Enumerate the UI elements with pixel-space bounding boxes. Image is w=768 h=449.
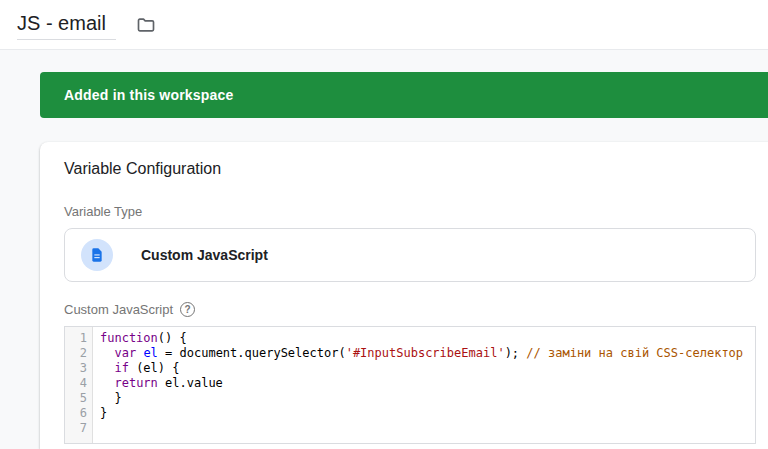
folder-icon [136, 15, 156, 35]
code-field-label: Custom JavaScript [64, 302, 173, 317]
code-editor[interactable]: 1234567 function() { var el = document.q… [64, 326, 756, 444]
code-field-label-row: Custom JavaScript ? [64, 302, 756, 317]
card-title: Variable Configuration [64, 160, 756, 178]
code-line: } [100, 406, 755, 421]
line-number: 4 [69, 376, 87, 391]
code-line: return el.value [100, 376, 755, 391]
variable-name-title[interactable]: JS - email [17, 10, 116, 40]
line-number: 1 [69, 331, 87, 346]
code-line: if (el) { [100, 361, 755, 376]
folder-button[interactable] [132, 11, 160, 39]
line-number: 2 [69, 346, 87, 361]
line-number: 6 [69, 406, 87, 421]
code-line: } [100, 391, 755, 406]
code-gutter: 1234567 [65, 327, 93, 443]
line-number: 3 [69, 361, 87, 376]
variable-configuration-card: Variable Configuration Variable Type Cus… [40, 142, 768, 449]
line-number: 7 [69, 421, 87, 436]
banner-text: Added in this workspace [64, 87, 234, 103]
code-lines: function() { var el = document.querySele… [93, 327, 755, 443]
variable-type-name: Custom JavaScript [141, 247, 268, 263]
help-icon[interactable]: ? [180, 302, 195, 317]
line-number: 5 [69, 391, 87, 406]
header: JS - email [0, 0, 768, 50]
variable-type-label: Variable Type [64, 204, 756, 219]
code-line [100, 421, 755, 436]
code-line: var el = document.querySelector('#InputS… [100, 346, 755, 361]
workspace-status-banner: Added in this workspace [40, 72, 768, 118]
code-line: function() { [100, 331, 755, 346]
variable-type-selector[interactable]: Custom JavaScript [64, 228, 756, 282]
custom-javascript-icon [81, 239, 113, 271]
workspace-area: Added in this workspace Variable Configu… [0, 50, 768, 449]
